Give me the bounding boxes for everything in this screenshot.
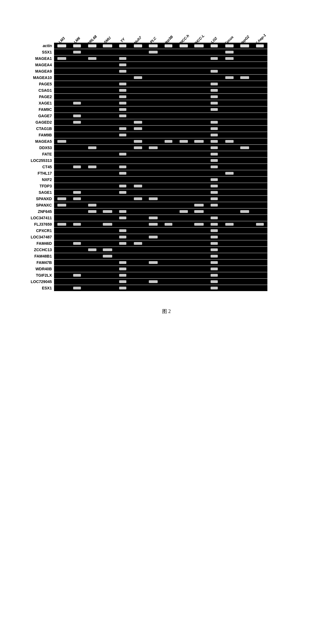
gel-cell-FAM9C-SMU (100, 106, 115, 113)
gel-cell-TGIF2LX-Hep3B (161, 272, 176, 278)
gel-cell-DDX53-LM3 (54, 145, 69, 151)
gel-cell-MAGEA9-WRL68 (85, 68, 100, 74)
gel-cell-ZCCHC13-SMU (100, 247, 115, 253)
gel-cell-FTHL17-Hep3B (161, 170, 176, 176)
gel-cell-CSAG1-LM6 (69, 87, 85, 93)
gel-cell-FATE-SK-hep-1 (252, 151, 267, 157)
gel-cell-LOC347411-Huh7 (130, 215, 145, 221)
page-container: LM3LM6WRL68SMUYYHuh7PLCHep3BMHCC-hMHCC-L… (0, 0, 335, 320)
gel-cell-FAM9C-YY (115, 106, 130, 113)
gel-cell-MAGEA5-MHCC-L (191, 138, 206, 144)
gel-cell-WDR40B-LM6 (69, 266, 85, 272)
gel-cell-FAM46D-YY (115, 240, 130, 246)
gel-cell-FAM48B1-PLC (145, 253, 161, 259)
gel-cell-TFDP3-Focus (222, 183, 237, 189)
gel-cell-FTHL17-HepG2 (237, 170, 252, 176)
gel-cell-LOC255313-WRL68 (85, 157, 100, 164)
gel-cell-FATE-Hep3B (161, 151, 176, 157)
gel-cell-FLJ37659-MHCC-h (176, 221, 191, 227)
gel-cell-ZCCHC13-YY (115, 247, 130, 253)
gel-cell-SPANXD-Focus (222, 196, 237, 202)
gel-row-PAGE5: PAGE5 (11, 81, 267, 87)
gene-label-FLJ37659: FLJ37659 (11, 222, 54, 226)
gel-cell-PAGE5-LM3 (54, 81, 69, 87)
gel-cell-actin-MHCC-L (191, 43, 206, 49)
gel-cell-FAM48B1-SK-hep-1 (252, 253, 267, 259)
gel-row-SPANXD: SPANXD (11, 196, 267, 202)
gel-cell-PAGE5-LO2 (206, 81, 222, 87)
gel-cell-MAGEA5-SMU (100, 138, 115, 144)
gene-label-CT45: CT45 (11, 165, 54, 169)
gel-cell-GAGE7-SMU (100, 113, 115, 119)
gel-cell-ZNF645-LM3 (54, 208, 69, 215)
gel-cell-PAGE2-WRL68 (85, 94, 100, 100)
gel-cell-DDX53-PLC (145, 145, 161, 151)
gel-strip-ESX1 (54, 285, 267, 291)
gel-cell-ZCCHC13-WRL68 (85, 247, 100, 253)
gel-cell-CSAG1-Hep3B (161, 87, 176, 93)
gel-cell-SPANXD-WRL68 (85, 196, 100, 202)
gel-cell-FAM9B-MHCC-h (176, 132, 191, 138)
gel-strip-CSAG1 (54, 87, 267, 93)
gel-cell-CT45-Focus (222, 164, 237, 170)
gel-cell-FAM9B-Hep3B (161, 132, 176, 138)
gel-cell-TGIF2LX-MHCC-h (176, 272, 191, 278)
gel-cell-PAGE5-Hep3B (161, 81, 176, 87)
gel-cell-NXF2-LM3 (54, 177, 69, 183)
gel-cell-SPANXD-LM6 (69, 196, 85, 202)
gel-strip-MAGEA4 (54, 62, 267, 68)
gel-row-DDX53: DDX53 (11, 145, 267, 151)
gel-cell-FAM9B-SMU (100, 132, 115, 138)
gel-cell-CT45-LO2 (206, 164, 222, 170)
gel-cell-FLJ37659-LO2 (206, 221, 222, 227)
gel-cell-FTHL17-WRL68 (85, 170, 100, 176)
gel-cell-SPANXD-HepG2 (237, 196, 252, 202)
gel-cell-SSX1-MHCC-h (176, 49, 191, 55)
gel-cell-NXF2-SMU (100, 177, 115, 183)
gene-label-LOC347487: LOC347487 (11, 235, 54, 239)
gel-cell-WDR40B-LO2 (206, 266, 222, 272)
gel-cell-LOC347411-SK-hep-1 (252, 215, 267, 221)
gel-cell-LOC255313-Hep3B (161, 157, 176, 164)
gel-cell-DDX53-Focus (222, 145, 237, 151)
gel-cell-TFDP3-WRL68 (85, 183, 100, 189)
gel-cell-SPANXD-Huh7 (130, 196, 145, 202)
gel-cell-TFDP3-MHCC-h (176, 183, 191, 189)
gene-label-SAGE1: SAGE1 (11, 190, 54, 195)
gel-cell-CSAG1-PLC (145, 87, 161, 93)
gel-cell-MAGEA9-SMU (100, 68, 115, 74)
gel-cell-MAGEA9-Focus (222, 68, 237, 74)
gel-cell-FAM9B-LM3 (54, 132, 69, 138)
gel-strip-FAM9C (54, 106, 267, 113)
gel-cell-CTAG1B-PLC (145, 126, 161, 132)
gel-cell-FTHL17-SK-hep-1 (252, 170, 267, 176)
gene-label-SSX1: SSX1 (11, 50, 54, 54)
gel-cell-FAM47B-MHCC-L (191, 259, 206, 266)
gel-strip-LOC347487 (54, 234, 267, 240)
gel-strip-TGIF2LX (54, 272, 267, 278)
gel-row-WDR40B: WDR40B (11, 266, 267, 272)
gel-cell-FLJ37659-Focus (222, 221, 237, 227)
gel-cell-LOC729045-HepG2 (237, 279, 252, 285)
gel-cell-LOC347487-MHCC-L (191, 234, 206, 240)
gel-cell-MAGEA1-Focus (222, 55, 237, 62)
gel-cell-CPXCR1-PLC (145, 228, 161, 234)
gel-cell-FTHL17-LM6 (69, 170, 85, 176)
gel-row-MAGEA4: MAGEA4 (11, 62, 267, 68)
gel-cell-NXF2-Huh7 (130, 177, 145, 183)
gel-cell-FAM9C-Hep3B (161, 106, 176, 113)
gel-cell-LOC347487-LO2 (206, 234, 222, 240)
gel-cell-FAM9B-Focus (222, 132, 237, 138)
gene-label-SPANXC: SPANXC (11, 203, 54, 207)
gel-cell-MAGEA10-PLC (145, 75, 161, 81)
gel-cell-ZCCHC13-LM3 (54, 247, 69, 253)
gel-cell-DDX53-MHCC-h (176, 145, 191, 151)
gel-cell-CSAG1-MHCC-h (176, 87, 191, 93)
gel-cell-ESX1-WRL68 (85, 285, 100, 291)
gel-cell-GAGE7-Huh7 (130, 113, 145, 119)
gel-cell-MAGEA5-WRL68 (85, 138, 100, 144)
gel-cell-GAGE7-YY (115, 113, 130, 119)
gel-cell-MAGEA10-LM6 (69, 75, 85, 81)
gel-cell-CSAG1-LO2 (206, 87, 222, 93)
gel-cell-FTHL17-LO2 (206, 170, 222, 176)
